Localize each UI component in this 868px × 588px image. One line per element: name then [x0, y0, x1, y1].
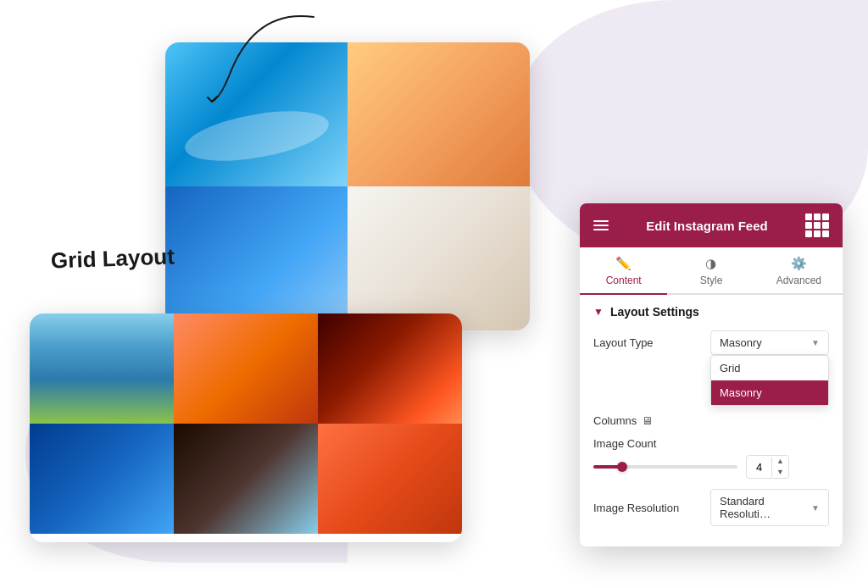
layout-type-menu: Grid Masonry [710, 355, 829, 406]
number-decrement[interactable]: ▼ [772, 467, 788, 478]
grid-image-interior [348, 186, 530, 330]
advanced-tab-icon: ⚙️ [791, 256, 807, 271]
grid-image-painting [348, 42, 530, 186]
image-count-label: Image Count [593, 437, 656, 450]
masonry-image-photo-taking [174, 313, 318, 424]
monitor-icon: 🖥 [642, 414, 653, 427]
grid-layout-label: Grid Layout [51, 243, 175, 274]
layout-type-arrow-icon: ▼ [811, 338, 820, 347]
tab-advanced[interactable]: ⚙️ Advanced [755, 247, 843, 295]
layout-type-row: Layout Type Masonry ▼ Grid Masonry [593, 330, 829, 355]
masonry-image-cup [318, 424, 462, 534]
masonry-image-cave-fire [318, 313, 462, 424]
advanced-tab-label: Advanced [776, 275, 821, 286]
masonry-preview-images [30, 313, 462, 542]
masonry-image-underwater [30, 424, 174, 534]
image-resolution-row: Image Resolution Standard Resoluti… ▼ [593, 489, 829, 526]
tab-style[interactable]: ◑ Style [667, 247, 754, 295]
image-resolution-arrow-icon: ▼ [811, 503, 820, 513]
layout-type-value: Masonry [720, 336, 762, 349]
layout-type-label: Layout Type [593, 336, 654, 349]
grid-view-button[interactable] [805, 214, 829, 237]
content-tab-label: Content [606, 275, 642, 286]
image-count-number-input[interactable]: 4 ▲ ▼ [746, 455, 789, 479]
slider-thumb[interactable] [617, 462, 627, 472]
style-tab-label: Style [700, 275, 723, 286]
image-count-value: 4 [747, 458, 772, 477]
number-increment[interactable]: ▲ [772, 456, 788, 467]
grid-image-dolphins [165, 186, 348, 330]
layout-type-dropdown[interactable]: Masonry ▼ [710, 330, 829, 355]
layout-option-masonry[interactable]: Masonry [711, 380, 828, 405]
columns-label: Columns 🖥 [593, 414, 653, 427]
image-count-row: Image Count 4 ▲ ▼ [593, 437, 829, 479]
image-count-header: Image Count [593, 437, 829, 450]
layout-settings-section-header: ▼ Layout Settings [593, 305, 829, 319]
masonry-preview-card [30, 313, 462, 542]
section-collapse-arrow[interactable]: ▼ [593, 306, 604, 318]
style-tab-icon: ◑ [705, 256, 716, 271]
content-tab-icon: ✏️ [615, 256, 632, 271]
layout-settings-title: Layout Settings [610, 305, 699, 319]
columns-row: Columns 🖥 [593, 414, 829, 427]
layout-option-grid[interactable]: Grid [711, 356, 828, 380]
decorative-arrow [203, 8, 331, 110]
masonry-image-mountain [30, 313, 174, 424]
image-resolution-dropdown[interactable]: Standard Resoluti… ▼ [710, 489, 829, 526]
panel-title: Edit Instagram Feed [646, 219, 767, 233]
masonry-image-cave-person [174, 424, 318, 534]
image-count-control: 4 ▲ ▼ [593, 455, 829, 479]
image-resolution-dropdown-wrapper: Standard Resoluti… ▼ [710, 489, 829, 526]
panel-header: Edit Instagram Feed [580, 203, 843, 247]
image-resolution-label: Image Resolution [593, 502, 679, 514]
tab-content[interactable]: ✏️ Content [580, 247, 667, 295]
image-resolution-value: Standard Resoluti… [720, 495, 811, 520]
image-count-slider-track[interactable] [593, 465, 737, 469]
panel-body: ▼ Layout Settings Layout Type Masonry ▼ … [580, 295, 843, 546]
number-spinners: ▲ ▼ [772, 456, 788, 478]
panel-tabs: ✏️ Content ◑ Style ⚙️ Advanced [580, 247, 843, 295]
edit-panel: Edit Instagram Feed ✏️ Content ◑ Style ⚙… [580, 203, 843, 546]
layout-type-dropdown-wrapper: Masonry ▼ Grid Masonry [710, 330, 829, 355]
hamburger-menu-button[interactable] [593, 220, 609, 230]
